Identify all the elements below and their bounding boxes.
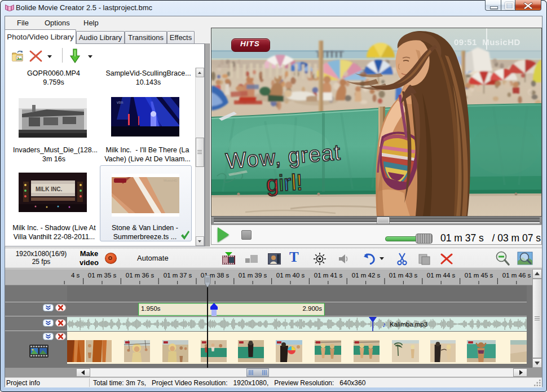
svg-text:MusicHD: MusicHD <box>164 179 178 182</box>
svg-text:MILK INC.: MILK INC. <box>36 186 62 192</box>
svg-text:vtm: vtm <box>117 100 123 104</box>
